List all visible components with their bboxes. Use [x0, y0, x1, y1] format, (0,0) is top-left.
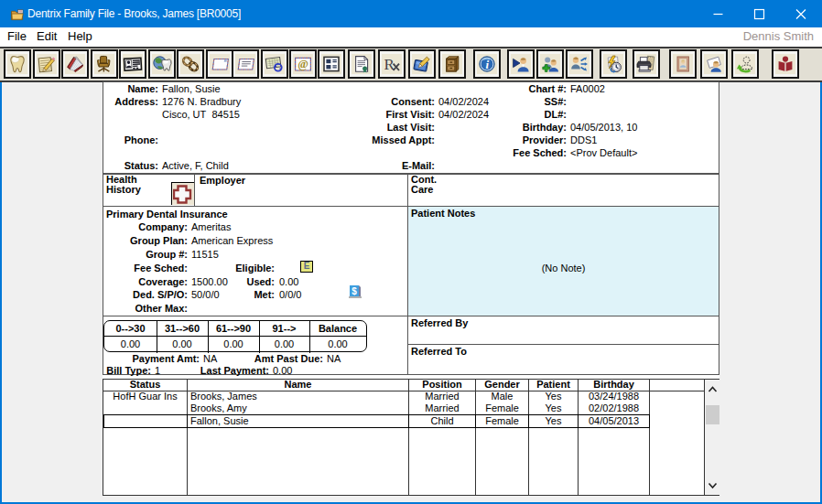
- svg-text:$: $: [352, 286, 357, 296]
- svg-text:i: i: [485, 58, 489, 71]
- svg-text:@: @: [297, 58, 308, 70]
